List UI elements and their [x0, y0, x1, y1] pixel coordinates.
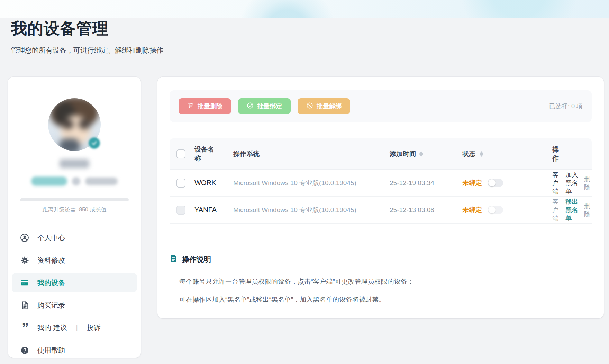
growth-text: 距离升级还需 -850 成长值: [20, 206, 129, 213]
quote-icon: ”: [20, 323, 29, 332]
device-table: 设备名称 操作系统 添加时间 状态 操作 WORK Mic: [170, 138, 592, 224]
sidebar-item-suggestion-complaint[interactable]: ” 我的 建议 | 投诉: [12, 318, 137, 337]
sidebar-item-label2: 投诉: [87, 323, 101, 333]
section-divider: [170, 240, 592, 240]
status-badge: 未绑定: [462, 179, 482, 188]
device-name: WORK: [194, 179, 233, 187]
header-added-label: 添加时间: [390, 149, 416, 158]
device-name: YANFA: [194, 206, 233, 214]
gear-icon: [20, 256, 29, 265]
sidebar-item-help[interactable]: 使用帮助: [12, 340, 137, 360]
sidebar-item-label: 购买记录: [37, 301, 65, 310]
user-circle-icon: [20, 233, 29, 242]
sidebar-item-label: 使用帮助: [37, 346, 65, 355]
status-badge: 未绑定: [462, 206, 482, 215]
instructions-line: 每个账号只允许一台管理员权限的设备，点击“客户端”可更改管理员权限的设备；: [179, 273, 592, 291]
note-document-icon: [170, 255, 178, 264]
row-checkbox-disabled: [176, 206, 185, 215]
device-management-panel: 批量删除 批量绑定 批量解绑 已选择: 0 项 设备名称 操作系统: [157, 77, 604, 318]
sidebar-menu: 个人中心: [20, 228, 129, 360]
table-header-row: 设备名称 操作系统 添加时间 状态 操作: [170, 138, 592, 170]
instructions-line: 可在操作区加入“黑名单”或移出“黑名单”，加入黑名单的设备将被封禁。: [179, 291, 592, 309]
remove-blacklist-action[interactable]: 移出黑名单: [566, 198, 579, 222]
batch-unbind-button[interactable]: 批量解绑: [298, 98, 350, 114]
add-blacklist-action[interactable]: 加入黑名单: [566, 171, 579, 195]
instructions-section: 操作说明 每个账号只允许一台管理员权限的设备，点击“客户端”可更改管理员权限的设…: [170, 255, 592, 309]
sidebar-item-profile-edit[interactable]: 资料修改: [12, 251, 137, 270]
sidebar-item-purchase-history[interactable]: 购买记录: [12, 295, 137, 315]
select-all-checkbox[interactable]: [176, 149, 185, 158]
question-circle-icon: [20, 346, 29, 355]
row-checkbox[interactable]: [176, 179, 185, 188]
ban-icon: [306, 102, 313, 111]
sort-icon: [480, 151, 483, 157]
profile-sidebar: 距离升级还需 -850 成长值 个人中心: [8, 77, 141, 358]
redacted-username: [60, 159, 89, 168]
page-header: 我的设备管理 管理您的所有设备，可进行绑定、解绑和删除操作: [11, 18, 163, 55]
trash-icon: [187, 102, 194, 111]
delete-action[interactable]: 删除: [584, 202, 590, 218]
batch-delete-label: 批量删除: [198, 102, 222, 110]
sidebar-item-label: 我的 建议: [37, 323, 67, 333]
device-os: Microsoft Windows 10 专业版(10.0.19045): [233, 179, 390, 188]
verified-badge-icon: [89, 137, 100, 149]
bind-toggle[interactable]: [488, 179, 503, 187]
redacted-badge-dot: [72, 177, 80, 185]
profile-badges: [20, 176, 129, 186]
header-os: 操作系统: [233, 149, 390, 158]
sidebar-item-my-devices[interactable]: 我的设备: [12, 273, 137, 292]
toggle-knob: [488, 179, 496, 186]
toggle-knob: [488, 206, 496, 213]
page-subtitle: 管理您的所有设备，可进行绑定、解绑和删除操作: [11, 46, 163, 55]
client-action[interactable]: 客户端: [552, 171, 560, 195]
redacted-teal-badge: [31, 176, 67, 186]
delete-action[interactable]: 删除: [584, 175, 590, 191]
selected-count: 已选择: 0 项: [549, 102, 583, 110]
instructions-title: 操作说明: [182, 255, 211, 264]
header-actions: 操作: [552, 145, 592, 163]
table-row: YANFA Microsoft Windows 10 专业版(10.0.1904…: [170, 197, 592, 224]
batch-delete-button[interactable]: 批量删除: [179, 98, 231, 114]
header-device-name: 设备名称: [194, 145, 215, 163]
batch-bind-label: 批量绑定: [257, 102, 282, 110]
sidebar-item-label: 我的设备: [37, 278, 65, 288]
label-separator: |: [76, 324, 78, 332]
sidebar-item-label: 个人中心: [37, 233, 65, 243]
batch-unbind-label: 批量解绑: [317, 102, 342, 110]
growth-progress-bar: [20, 198, 129, 201]
header-status[interactable]: 状态: [462, 149, 552, 158]
bind-toggle[interactable]: [488, 206, 503, 214]
device-os: Microsoft Windows 10 专业版(10.0.19045): [233, 206, 390, 215]
sidebar-item-label: 资料修改: [37, 256, 65, 265]
check-circle-icon: [247, 102, 254, 111]
redacted-gray-badge: [85, 178, 118, 185]
device-added-time: 25-12-19 03:34: [390, 179, 462, 187]
sidebar-item-personal-center[interactable]: 个人中心: [12, 228, 137, 247]
client-action[interactable]: 客户端: [552, 198, 560, 222]
document-icon: [20, 301, 29, 310]
avatar: [48, 98, 101, 151]
device-added-time: 25-12-13 03:08: [390, 206, 462, 214]
sort-icon: [419, 151, 423, 157]
batch-toolbar: 批量删除 批量绑定 批量解绑 已选择: 0 项: [170, 90, 592, 122]
header-added-time[interactable]: 添加时间: [390, 149, 462, 158]
page-title: 我的设备管理: [11, 18, 163, 39]
table-row: WORK Microsoft Windows 10 专业版(10.0.19045…: [170, 170, 592, 197]
device-card-icon: [20, 278, 29, 287]
batch-bind-button[interactable]: 批量绑定: [238, 98, 291, 114]
decorative-header-band: [0, 0, 609, 18]
header-status-label: 状态: [462, 149, 475, 158]
